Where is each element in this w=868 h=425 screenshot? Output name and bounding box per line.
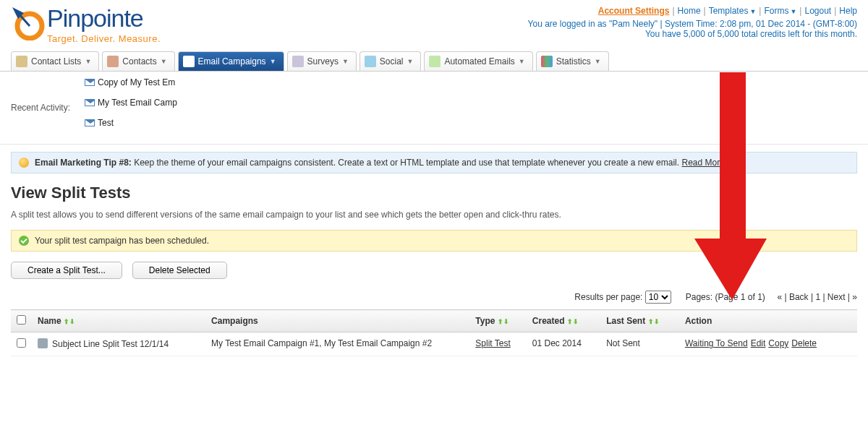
topnav-templates[interactable]: Templates — [709, 6, 749, 16]
recent-activity: Recent Activity: Copy of My Test Em My T… — [0, 72, 868, 145]
page-desc: A split test allows you to send differen… — [0, 210, 868, 220]
chevron-down-icon: ▼ — [161, 58, 167, 65]
chevron-down-icon: ▼ — [595, 58, 601, 65]
chevron-down-icon: ▼ — [270, 58, 276, 65]
delete-selected-button[interactable]: Delete Selected — [132, 262, 227, 279]
recent-item[interactable]: Copy of My Test Em — [85, 77, 177, 87]
tip-bar: Email Marketing Tip #8: Keep the theme o… — [11, 152, 857, 173]
success-banner: Your split test campaign has been schedu… — [11, 230, 857, 252]
pages-label: Pages: (Page 1 of 1) — [686, 292, 765, 302]
action-buttons: Create a Split Test... Delete Selected — [0, 262, 868, 279]
topnav-logout[interactable]: Logout — [804, 6, 831, 16]
col-type[interactable]: Type ⬆⬇ — [469, 310, 526, 332]
mail-icon — [85, 99, 95, 106]
action-edit[interactable]: Edit — [751, 338, 766, 348]
ic-contacts-icon — [107, 56, 119, 67]
col-created[interactable]: Created ⬆⬇ — [527, 310, 600, 332]
row-created: 01 Dec 2014 — [527, 332, 600, 356]
split-tests-table: Name ⬆⬇Campaigns Type ⬆⬇Created ⬆⬇Last S… — [11, 309, 857, 356]
tab-email-campaigns[interactable]: Email Campaigns▼ — [178, 51, 284, 71]
row-actions: Waiting To SendEditCopyDelete — [679, 332, 857, 356]
tab-label: Social — [380, 56, 404, 66]
topnav-home[interactable]: Home — [678, 6, 701, 16]
row-campaigns: My Test Email Campaign #1, My Test Email… — [205, 332, 469, 356]
mail-icon — [85, 119, 95, 126]
action-copy[interactable]: Copy — [768, 338, 788, 348]
rpp-select[interactable]: 10 — [645, 291, 671, 304]
chevron-down-icon: ▼ — [407, 58, 414, 65]
col-campaigns[interactable]: Campaigns — [205, 310, 469, 332]
create-split-test-button[interactable]: Create a Split Test... — [11, 262, 122, 279]
wrench-icon[interactable] — [38, 338, 48, 348]
ic-surveys-icon — [292, 56, 304, 67]
tab-label: Contact Lists — [31, 56, 81, 66]
col-last-sent[interactable]: Last Sent ⬆⬇ — [600, 310, 679, 332]
main-nav: Contact Lists▼Contacts▼Email Campaigns▼S… — [0, 51, 868, 72]
pager: Results per page: 10 Pages: (Page 1 of 1… — [0, 291, 868, 309]
table-row: Subject Line Split Test 12/1/14My Test E… — [11, 332, 857, 356]
brand-tagline: Target. Deliver. Measure. — [47, 33, 161, 44]
brand-logo[interactable]: Pinpointe Target. Deliver. Measure. — [11, 6, 161, 44]
logo-mark — [11, 6, 46, 40]
tab-label: Surveys — [307, 56, 339, 66]
chevron-down-icon: ▼ — [519, 58, 525, 65]
brand-name: Pinpointe — [47, 6, 161, 30]
topnav-account-settings[interactable]: Account Settings — [598, 6, 670, 16]
recent-item[interactable]: My Test Email Camp — [85, 98, 177, 108]
sort-icon[interactable]: ⬆⬇ — [567, 318, 579, 325]
chevron-down-icon: ▼ — [790, 8, 796, 15]
check-icon — [19, 236, 29, 246]
chevron-down-icon: ▼ — [85, 58, 91, 65]
sort-icon[interactable]: ⬆⬇ — [498, 318, 509, 325]
header-right: Account Settings|Home|Templates▼|Forms▼|… — [528, 6, 857, 39]
success-text: Your split test campaign has been schedu… — [35, 236, 209, 246]
mail-icon — [85, 79, 95, 86]
topnav-forms[interactable]: Forms — [764, 6, 788, 16]
select-all-checkbox[interactable] — [17, 315, 26, 325]
ic-stats-icon — [541, 56, 553, 67]
target-arrow-icon — [11, 6, 46, 40]
action-waiting-to-send[interactable]: Waiting To Send — [685, 338, 748, 348]
login-status: You are logged in as "Pam Neely" | Syste… — [528, 19, 857, 29]
ic-social-icon — [365, 56, 376, 67]
tab-contact-lists[interactable]: Contact Lists▼ — [11, 51, 99, 71]
ic-contactlists-icon — [16, 56, 27, 67]
rpp-label: Results per page: — [574, 292, 642, 302]
topnav-help[interactable]: Help — [839, 6, 857, 16]
tab-label: Statistics — [556, 56, 591, 66]
row-checkbox[interactable] — [17, 338, 26, 348]
tab-contacts[interactable]: Contacts▼ — [102, 51, 174, 71]
tip-readmore[interactable]: Read More... — [681, 158, 731, 168]
col-checkbox — [11, 310, 32, 332]
tab-label: Email Campaigns — [198, 56, 266, 66]
tip-body: Keep the theme of your email campaigns c… — [134, 158, 679, 168]
tab-label: Contacts — [122, 56, 156, 66]
pages-nav[interactable]: « | Back | 1 | Next | » — [777, 292, 857, 302]
col-name[interactable]: Name ⬆⬇ — [32, 310, 205, 332]
tab-social[interactable]: Social▼ — [359, 51, 422, 71]
sort-icon[interactable]: ⬆⬇ — [64, 318, 75, 325]
tab-label: Automated Emails — [444, 56, 514, 66]
row-lastsent: Not Sent — [600, 332, 679, 356]
ic-auto-icon — [429, 56, 441, 67]
recent-item[interactable]: Test — [85, 118, 177, 128]
page-title: View Split Tests — [0, 184, 868, 202]
top-nav: Account Settings|Home|Templates▼|Forms▼|… — [528, 6, 857, 16]
action-delete[interactable]: Delete — [791, 338, 817, 348]
sort-icon[interactable]: ⬆⬇ — [648, 318, 660, 325]
row-type[interactable]: Split Test — [475, 338, 510, 348]
tip-title: Email Marketing Tip #8: — [35, 158, 132, 168]
lightbulb-icon — [19, 158, 29, 168]
tab-automated-emails[interactable]: Automated Emails▼ — [424, 51, 532, 71]
tab-surveys[interactable]: Surveys▼ — [287, 51, 357, 71]
col-action[interactable]: Action — [679, 310, 857, 332]
header: Pinpointe Target. Deliver. Measure. Acco… — [0, 0, 868, 51]
row-name: Subject Line Split Test 12/1/14 — [52, 339, 169, 349]
chevron-down-icon: ▼ — [342, 58, 349, 65]
ic-email-icon — [183, 56, 195, 67]
tab-statistics[interactable]: Statistics▼ — [536, 51, 609, 71]
recent-label: Recent Activity: — [11, 103, 70, 113]
chevron-down-icon: ▼ — [749, 8, 756, 15]
credits-status: You have 5,000 of 5,000 total credits le… — [528, 29, 857, 39]
